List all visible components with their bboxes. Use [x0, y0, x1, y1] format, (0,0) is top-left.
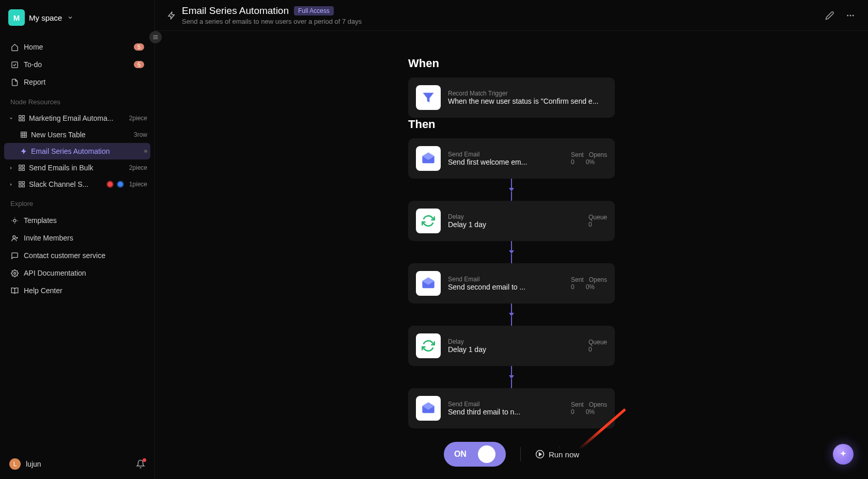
- explore-api[interactable]: API Documentation: [4, 264, 150, 282]
- email-step-node[interactable]: Send EmailSend third email to n...SentOp…: [408, 388, 615, 428]
- topbar: Email Series Automation Full Access Send…: [155, 0, 868, 31]
- document-icon: [10, 78, 19, 86]
- svg-rect-11: [19, 185, 21, 187]
- divider: [520, 447, 521, 461]
- svg-point-13: [13, 219, 16, 222]
- svg-rect-9: [19, 182, 21, 184]
- svg-rect-3: [19, 119, 21, 121]
- code-icon: [10, 269, 19, 277]
- automation-toggle[interactable]: ON: [444, 442, 506, 467]
- tree-slack-channel[interactable]: Slack Channel S... 1piece: [4, 176, 150, 193]
- trigger-node[interactable]: Record Match Trigger When the new user s…: [408, 77, 615, 118]
- bolt-icon: [20, 147, 28, 155]
- tree-send-bulk-label: Send Emails in Bulk: [29, 164, 124, 172]
- access-badge: Full Access: [294, 6, 334, 15]
- main: Email Series Automation Full Access Send…: [155, 0, 868, 479]
- mail-icon: [416, 146, 441, 171]
- step-type: Send Email: [448, 401, 564, 408]
- step-title: Delay 1 day: [448, 345, 581, 354]
- tree-new-users-label: New Users Table: [31, 131, 129, 139]
- svg-rect-1: [19, 116, 21, 118]
- notif-dot-icon: [143, 458, 146, 462]
- tree-new-users-table[interactable]: New Users Table 3row: [4, 126, 150, 143]
- fab-create-button[interactable]: [833, 444, 854, 465]
- page-title: Email Series Automation: [182, 5, 289, 17]
- tree-new-users-meta: 3row: [134, 131, 147, 138]
- status-info-icon: [117, 181, 124, 188]
- status-dot-icon: [144, 150, 147, 153]
- nav-home-badge: 5: [134, 43, 144, 51]
- svg-rect-8: [22, 168, 24, 170]
- nav-report[interactable]: Report: [4, 73, 150, 91]
- chevron-right-icon[interactable]: [7, 164, 14, 171]
- tree-send-bulk-meta: 2piece: [129, 164, 147, 171]
- edit-button[interactable]: [825, 10, 835, 21]
- explore-contact-label: Contact customer service: [24, 251, 144, 260]
- grid-icon: [18, 164, 26, 172]
- check-icon: [10, 60, 19, 69]
- nav-todo[interactable]: To-do 5: [4, 56, 150, 73]
- email-step-node[interactable]: Send EmailSend first welcome em...SentOp…: [408, 138, 615, 179]
- svg-rect-5: [19, 165, 21, 167]
- delay-step-node[interactable]: DelayDelay 1 dayQueue0: [408, 201, 615, 241]
- explore-templates[interactable]: Templates: [4, 212, 150, 229]
- step-type: Delay: [448, 213, 581, 220]
- step-stats: SentOpens00%: [571, 151, 607, 166]
- svg-rect-10: [22, 182, 24, 184]
- step-type: Send Email: [448, 276, 564, 283]
- more-button[interactable]: [845, 10, 856, 21]
- svg-rect-7: [19, 168, 21, 170]
- refresh-icon: [416, 333, 441, 358]
- automation-canvas[interactable]: When Record Match Trigger When the new u…: [155, 31, 868, 479]
- user-avatar[interactable]: L: [9, 458, 21, 470]
- mail-icon: [416, 396, 441, 421]
- section-explore: Explore: [4, 193, 150, 212]
- step-type: Send Email: [448, 151, 564, 158]
- user-name: lujun: [26, 460, 41, 468]
- svg-rect-12: [22, 185, 24, 187]
- tree-email-series-automation[interactable]: Email Series Automation: [4, 143, 150, 159]
- workspace-switcher[interactable]: M My space: [4, 4, 150, 31]
- trigger-title: When the new user status is "Confirm sen…: [448, 97, 607, 105]
- run-now-label: Run now: [549, 450, 579, 459]
- book-icon: [10, 286, 19, 295]
- step-type: Delay: [448, 338, 581, 345]
- chevron-right-icon[interactable]: [7, 181, 14, 188]
- section-node-resources: Node Resources: [4, 91, 150, 110]
- tree-marketing-automation[interactable]: Marketing Email Automa... 2piece: [4, 110, 150, 126]
- run-now-button[interactable]: Run now: [535, 450, 579, 459]
- notifications-button[interactable]: [136, 459, 145, 469]
- explore-contact[interactable]: Contact customer service: [4, 247, 150, 264]
- svg-point-17: [850, 14, 851, 16]
- workspace-name: My space: [29, 13, 62, 22]
- chevron-down-icon[interactable]: [7, 115, 14, 122]
- step-title: Send first welcome em...: [448, 158, 564, 166]
- svg-rect-2: [22, 116, 24, 118]
- tree-email-series-label: Email Series Automation: [31, 147, 141, 155]
- home-icon: [10, 43, 19, 51]
- filter-icon: [416, 85, 441, 110]
- svg-point-16: [847, 14, 848, 16]
- step-title: Delay 1 day: [448, 220, 581, 229]
- explore-invite[interactable]: Invite Members: [4, 229, 150, 247]
- tree-slack-meta: 1piece: [129, 181, 147, 188]
- step-title: Send second email to ...: [448, 283, 564, 291]
- svg-point-18: [853, 14, 854, 16]
- delay-step-node[interactable]: DelayDelay 1 dayQueue0: [408, 326, 615, 366]
- explore-help-label: Help Center: [24, 286, 144, 295]
- nav-todo-badge: 5: [134, 61, 144, 68]
- chevron-down-icon: [66, 13, 74, 22]
- nav-todo-label: To-do: [24, 60, 129, 69]
- bottom-controls: ON Run now: [155, 429, 868, 479]
- explore-invite-label: Invite Members: [24, 234, 144, 242]
- tree-send-emails-bulk[interactable]: Send Emails in Bulk 2piece: [4, 159, 150, 176]
- explore-help[interactable]: Help Center: [4, 282, 150, 299]
- nav-home[interactable]: Home 5: [4, 38, 150, 56]
- svg-point-14: [12, 235, 15, 238]
- mail-icon: [416, 271, 441, 296]
- grid-icon: [18, 180, 26, 188]
- explore-api-label: API Documentation: [24, 269, 144, 277]
- nav-report-label: Report: [24, 78, 144, 86]
- grid-icon: [18, 114, 26, 122]
- email-step-node[interactable]: Send EmailSend second email to ...SentOp…: [408, 263, 615, 304]
